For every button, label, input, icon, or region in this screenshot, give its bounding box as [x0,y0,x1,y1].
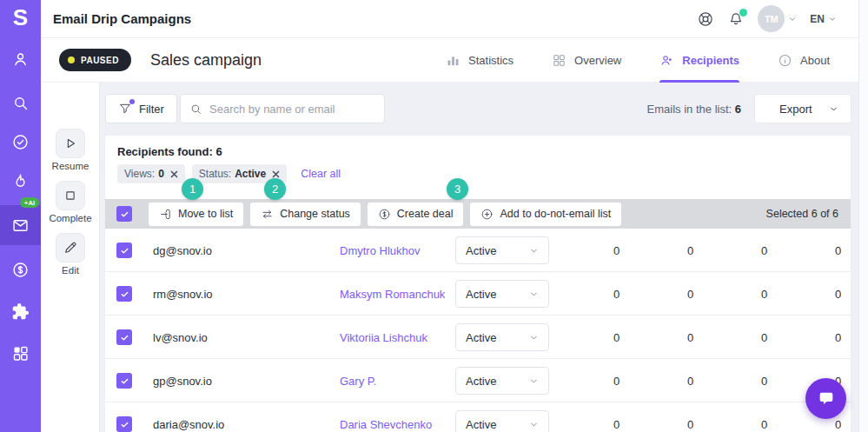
recipients-table-body: dg@snov.io Dmytro Hlukhov Active 0 0 0 0… [105,229,851,432]
top-header: Email Drip Campaigns TM EN [41,0,868,38]
row-checkbox[interactable] [116,373,132,389]
recipients-icon [659,53,674,68]
check-icon [120,420,129,429]
select-all-checkbox[interactable] [116,206,132,222]
recipient-name[interactable]: Gary P. [340,375,376,388]
check-icon [120,209,129,219]
check-icon [120,333,129,342]
language-label: EN [810,13,825,25]
grid-icon [552,53,567,68]
row-checkbox[interactable] [116,329,132,345]
step-badge-3: 3 [447,178,468,200]
play-icon [63,136,78,151]
tab-statistics[interactable]: Statistics [446,38,514,83]
complete-button[interactable] [56,181,85,210]
funnel-icon [118,102,132,116]
status-select[interactable]: Active [455,367,549,395]
clear-all-link[interactable]: Clear all [301,168,341,180]
snov-logo[interactable]: S [0,4,41,31]
tasks-nav-item[interactable] [0,124,41,159]
chevron-down-icon [529,289,539,299]
row-checkbox[interactable] [116,286,132,302]
integrations-nav-item[interactable] [0,294,41,329]
resume-button[interactable] [56,129,85,158]
recipient-name[interactable]: Dmytro Hlukhov [340,244,420,257]
table-row: dg@snov.io Dmytro Hlukhov Active 0 0 0 0 [105,229,851,272]
flame-icon [11,172,30,190]
create-deal-button[interactable]: Create deal [368,203,464,226]
status-value: Active [466,288,496,301]
filter-button[interactable]: Filter [105,94,177,123]
change-status-button[interactable]: Change status [250,203,361,226]
tab-recipients[interactable]: Recipients [659,38,739,83]
campaign-name: Sales campaign [150,51,262,70]
stat-value: 0 [580,375,653,388]
chip-views[interactable]: Views: 0 [117,164,185,183]
edit-button[interactable] [56,233,85,263]
account-menu[interactable]: TM [758,5,797,32]
stat-value: 0 [801,288,851,301]
row-checkbox[interactable] [116,416,132,432]
puzzle-icon [11,302,30,321]
status-value: Active [466,375,496,388]
check-icon [120,376,129,386]
scrollbar-track[interactable] [858,0,868,432]
help-button[interactable] [697,10,714,28]
tab-overview[interactable]: Overview [552,38,621,83]
stat-value: 0 [727,244,801,257]
stat-value: 0 [653,244,727,257]
chevron-down-icon [529,420,539,429]
lifebuoy-icon [697,10,714,28]
plus-circle-icon [480,208,494,221]
check-icon [120,246,129,256]
recipient-name[interactable]: Daria Shevchenko [340,418,432,431]
search-input[interactable] [209,103,375,116]
tab-about[interactable]: About [778,38,830,83]
apps-nav-item[interactable] [0,336,41,370]
campaign-header: PAUSED Sales campaign Statistics Overvie… [41,38,868,83]
status-select[interactable]: Active [455,236,549,264]
status-select[interactable]: Active [455,323,549,351]
search-nav-item[interactable] [0,85,41,120]
table-row: daria@snov.io Daria Shevchenko Active 0 … [105,402,851,432]
recipient-name[interactable]: Viktoriia Lishchuk [340,331,427,344]
recipient-email: gp@snov.io [153,375,212,388]
export-button[interactable]: Export [754,94,851,123]
notifications-button[interactable] [727,10,745,28]
status-select[interactable]: Active [455,280,549,308]
page-title: Email Drip Campaigns [53,11,191,26]
move-to-list-button[interactable]: Move to list [149,203,243,226]
stat-value: 0 [580,331,653,344]
language-menu[interactable]: EN [810,11,837,27]
stat-value: 0 [801,331,851,344]
profile-nav-item[interactable] [0,42,41,76]
chip-close-icon[interactable] [170,170,178,178]
chat-bubble-icon [817,389,836,409]
status-select[interactable]: Active [455,410,549,432]
recipients-found-label: Recipients found: 6 [117,145,222,158]
status-value: Active [466,418,496,431]
stat-value: 0 [580,418,653,431]
filter-active-dot [129,99,135,104]
billing-nav-item[interactable] [0,252,41,287]
live-chat-button[interactable] [805,378,846,419]
move-to-list-icon [159,208,172,221]
row-stats: 0 0 0 0 [580,229,851,272]
add-to-do-not-email-button[interactable]: Add to do-not-email list [470,203,621,226]
chevron-down-icon [829,104,838,114]
deals-nav-item[interactable] [0,163,41,198]
row-stats: 0 0 0 0 [580,272,851,316]
recipient-name[interactable]: Maksym Romanchuk [340,288,445,301]
edit-label: Edit [41,265,100,276]
status-value: Active [466,331,496,344]
stat-value: 0 [727,288,801,301]
chevron-down-icon [529,333,539,342]
email-campaigns-nav-item[interactable]: +AI [0,205,41,245]
recipients-content: Filter Emails in the list: 6 Export Reci… [100,83,868,432]
chip-close-icon[interactable] [272,170,280,178]
stat-value: 0 [653,418,727,431]
table-row: lv@snov.io Viktoriia Lishchuk Active 0 0… [105,316,851,359]
step-badge-2: 2 [264,178,286,200]
row-checkbox[interactable] [116,243,132,258]
swap-arrows-icon [261,208,274,221]
